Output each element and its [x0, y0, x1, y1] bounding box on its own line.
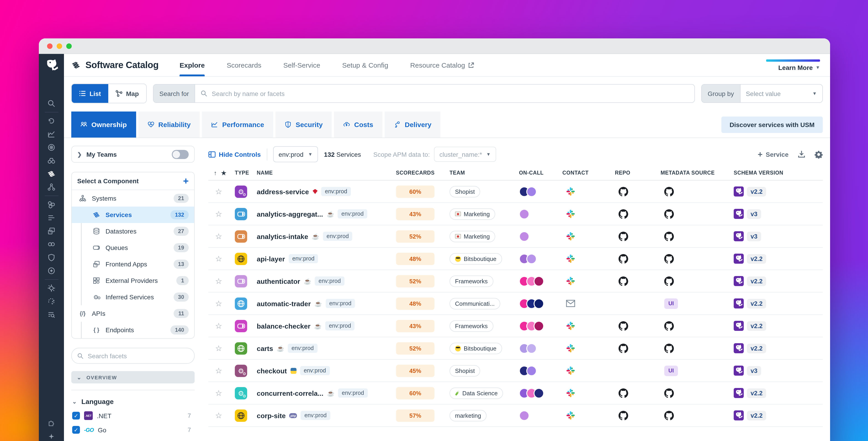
team-pill[interactable]: Bitsboutique	[450, 253, 502, 264]
service-name-link[interactable]: carts	[257, 344, 273, 352]
repo-cell[interactable]	[615, 254, 660, 263]
rail-integrations-puzzle-icon[interactable]	[45, 418, 58, 429]
sidebar-item-apis[interactable]: {/} APIs 11	[72, 305, 194, 322]
star-icon[interactable]: ☆	[214, 321, 235, 331]
contact-cell[interactable]	[562, 366, 615, 375]
minimize-window-button[interactable]	[57, 43, 62, 49]
team-pill[interactable]: Shopist	[450, 186, 480, 197]
oncall-avatars[interactable]	[519, 254, 562, 264]
star-icon[interactable]: ☆	[214, 388, 235, 398]
oncall-avatars[interactable]	[519, 209, 562, 219]
service-name-link[interactable]: address-service	[257, 187, 309, 195]
facet-tab-security[interactable]: Security	[276, 112, 332, 138]
my-teams-panel[interactable]: ❯ My Teams	[71, 146, 195, 163]
contact-cell[interactable]	[562, 254, 615, 263]
tab-resource-catalog[interactable]: Resource Catalog	[410, 54, 474, 76]
group-by-select[interactable]: Select value ▼	[740, 85, 822, 102]
team-pill[interactable]: Data Science	[450, 387, 503, 399]
column-header-team[interactable]: TEAM	[450, 170, 519, 175]
oncall-avatars[interactable]	[519, 365, 562, 376]
table-settings-button[interactable]	[814, 150, 823, 158]
rail-shortcuts-sparkle-icon[interactable]	[45, 431, 58, 441]
repo-cell[interactable]	[615, 388, 660, 398]
column-header-scorecards[interactable]: SCORECARDS	[381, 170, 450, 175]
service-name-link[interactable]: automatic-trader	[257, 299, 311, 307]
column-header-type[interactable]: TYPE	[235, 170, 257, 175]
rail-watchdog-binoculars-icon[interactable]	[45, 155, 58, 166]
table-row[interactable]: ☆ analytics-intake ☕ env:prod 52% Market…	[208, 225, 823, 248]
rail-history-icon[interactable]	[45, 115, 58, 126]
metadata-source-cell[interactable]: UI	[660, 365, 734, 376]
repo-cell[interactable]	[615, 344, 660, 353]
overview-section-header[interactable]: ⌄ OVERVIEW	[71, 371, 195, 383]
facet-search-input[interactable]: Search facets	[71, 348, 195, 364]
rail-software-catalog-icon[interactable]	[45, 168, 58, 180]
oncall-avatars[interactable]	[519, 410, 562, 421]
sidebar-item-endpoints[interactable]: { } Endpoints 140	[72, 322, 194, 338]
star-icon[interactable]: ☆	[214, 299, 235, 308]
service-name-link[interactable]: corp-site	[257, 412, 286, 419]
oncall-avatars[interactable]	[519, 298, 562, 309]
service-name-link[interactable]: analytics-aggregat...	[257, 210, 323, 218]
sidebar-item-services[interactable]: Services 132	[72, 207, 194, 223]
sidebar-item-frontend-apps[interactable]: Frontend Apps 13	[72, 256, 194, 272]
favorite-column-icon[interactable]: ★	[221, 169, 226, 176]
metadata-source-cell[interactable]	[660, 276, 734, 286]
rail-frontend-apps-icon[interactable]	[45, 225, 58, 237]
metadata-source-cell[interactable]	[660, 232, 734, 241]
rail-log-search-icon[interactable]	[45, 309, 58, 320]
star-icon[interactable]: ☆	[214, 187, 235, 196]
rail-error-cube-icon[interactable]	[45, 283, 58, 294]
scorecard-badge[interactable]: 52%	[396, 275, 434, 287]
metadata-source-cell[interactable]	[660, 411, 734, 420]
team-pill[interactable]: marketing	[450, 410, 487, 421]
repo-cell[interactable]	[615, 321, 660, 331]
team-pill[interactable]: Shopist	[450, 365, 480, 376]
sidebar-item-datastores[interactable]: Datastores 27	[72, 223, 194, 239]
oncall-avatars[interactable]	[519, 231, 562, 241]
contact-cell[interactable]	[562, 232, 615, 241]
rail-code-analysis-icon[interactable]	[45, 296, 58, 307]
star-icon[interactable]: ☆	[214, 232, 235, 241]
contact-cell[interactable]	[562, 187, 615, 196]
metadata-source-cell[interactable]	[660, 321, 734, 331]
metadata-source-cell[interactable]	[660, 344, 734, 353]
repo-cell[interactable]	[615, 411, 660, 420]
column-header-repo[interactable]: REPO	[615, 170, 660, 175]
env-filter-dropdown[interactable]: env:prod ▼	[273, 146, 318, 162]
metadata-source-cell[interactable]	[660, 209, 734, 219]
rail-ci-links-icon[interactable]	[45, 239, 58, 250]
facet-tab-delivery[interactable]: Delivery	[385, 112, 441, 138]
language-facet-header[interactable]: ⌄ Language	[71, 398, 195, 405]
star-icon[interactable]: ☆	[214, 411, 235, 420]
contact-cell[interactable]	[562, 344, 615, 353]
contact-cell[interactable]	[562, 388, 615, 398]
star-icon[interactable]: ☆	[214, 276, 235, 286]
contact-cell[interactable]	[562, 411, 615, 420]
learn-more-button[interactable]: Learn More▼	[778, 59, 820, 71]
rail-service-map-icon[interactable]	[45, 181, 58, 193]
team-pill[interactable]: Marketing	[450, 231, 495, 242]
close-window-button[interactable]	[47, 43, 53, 49]
scorecard-badge[interactable]: 52%	[396, 230, 434, 242]
service-name-link[interactable]: analytics-intake	[257, 232, 308, 240]
rail-search-icon[interactable]	[45, 98, 58, 109]
cluster-name-dropdown[interactable]: cluster_name:* ▼	[434, 147, 496, 162]
service-name-link[interactable]: api-layer	[257, 255, 285, 263]
oncall-avatars[interactable]	[519, 276, 562, 286]
service-name-link[interactable]: checkout	[257, 367, 287, 375]
contact-cell[interactable]	[562, 209, 615, 218]
team-pill[interactable]: Bitsboutique	[450, 343, 502, 354]
scorecard-badge[interactable]: 43%	[396, 208, 434, 220]
table-row[interactable]: ☆ analytics-aggregat... ☕ env:prod 43% M…	[208, 203, 823, 225]
oncall-avatars[interactable]	[519, 186, 562, 197]
download-button[interactable]	[798, 150, 805, 158]
tab-setup-config[interactable]: Setup & Config	[342, 54, 388, 76]
repo-cell[interactable]	[615, 232, 660, 241]
team-pill[interactable]: Communicati...	[450, 298, 500, 309]
repo-cell[interactable]	[615, 187, 660, 196]
my-teams-toggle[interactable]	[172, 150, 189, 159]
sidebar-item-external-providers[interactable]: External Providers 1	[72, 272, 194, 289]
team-pill[interactable]: Marketing	[450, 208, 495, 219]
sort-arrow-icon[interactable]: ↑	[214, 169, 217, 176]
